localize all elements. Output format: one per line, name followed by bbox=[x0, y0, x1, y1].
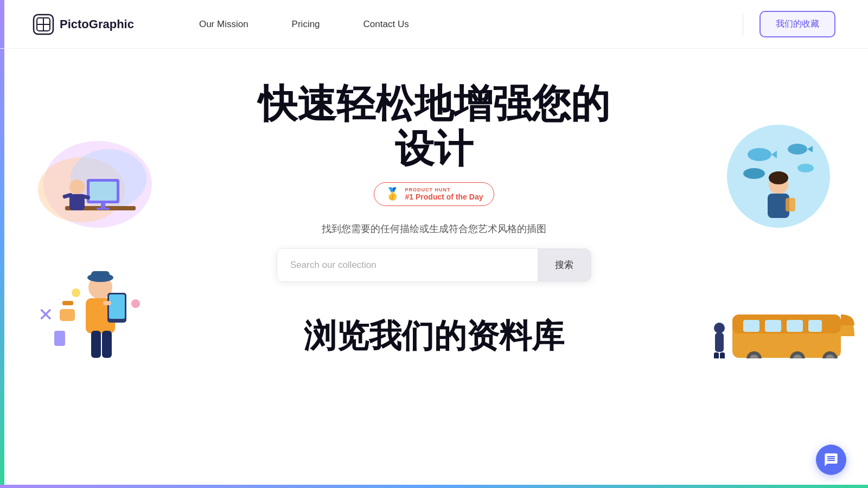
svg-rect-11 bbox=[97, 208, 110, 210]
svg-point-54 bbox=[714, 323, 725, 333]
svg-point-37 bbox=[131, 299, 140, 308]
svg-rect-39 bbox=[91, 331, 101, 358]
svg-point-21 bbox=[797, 164, 814, 172]
svg-point-36 bbox=[72, 288, 80, 297]
svg-rect-34 bbox=[60, 309, 75, 321]
svg-rect-57 bbox=[720, 352, 725, 358]
svg-point-17 bbox=[748, 148, 771, 161]
nav-link-pricing[interactable]: Pricing bbox=[292, 19, 320, 30]
nav-link-contact[interactable]: Contact Us bbox=[363, 19, 409, 30]
collection-button[interactable]: 我们的收藏 bbox=[760, 11, 835, 37]
svg-point-19 bbox=[788, 144, 807, 155]
svg-rect-44 bbox=[765, 320, 781, 332]
ph-main-text: #1 Product of the Day bbox=[405, 192, 483, 201]
hero-title: 快速轻松地增强您的设计 bbox=[244, 81, 624, 171]
svg-rect-9 bbox=[90, 182, 117, 201]
ph-badge: 🥇 PRODUCT HUNT #1 Product of the Day bbox=[374, 182, 495, 206]
nav-links: Our Mission Pricing Contact Us bbox=[199, 19, 409, 30]
illustration-train bbox=[711, 282, 852, 358]
svg-rect-40 bbox=[102, 331, 112, 358]
ph-medal-icon: 🥇 bbox=[385, 187, 400, 201]
search-input[interactable] bbox=[277, 249, 538, 281]
svg-rect-26 bbox=[786, 198, 795, 211]
browse-title: 浏览我们的资料库 bbox=[304, 314, 564, 358]
svg-rect-32 bbox=[109, 294, 125, 319]
svg-rect-43 bbox=[743, 320, 760, 332]
svg-rect-35 bbox=[62, 301, 73, 305]
illustration-fish bbox=[727, 125, 835, 233]
svg-point-25 bbox=[769, 171, 788, 184]
svg-rect-45 bbox=[787, 320, 803, 332]
nav-divider bbox=[743, 14, 743, 35]
navbar: PictoGraphic Our Mission Pricing Contact… bbox=[0, 0, 868, 49]
hero-subtitle: 找到您需要的任何描绘或生成符合您艺术风格的插图 bbox=[322, 222, 546, 235]
nav-link-mission[interactable]: Our Mission bbox=[199, 19, 248, 30]
logo[interactable]: PictoGraphic bbox=[33, 14, 134, 35]
illustration-desk: ✕ bbox=[33, 130, 163, 239]
chat-bubble-button[interactable] bbox=[816, 445, 846, 475]
svg-rect-55 bbox=[715, 333, 724, 352]
logo-icon bbox=[33, 14, 54, 35]
svg-rect-38 bbox=[54, 331, 65, 346]
svg-rect-33 bbox=[103, 301, 111, 305]
svg-point-22 bbox=[743, 168, 765, 179]
svg-rect-56 bbox=[714, 352, 719, 358]
main-content: ✕ 快速轻松地增强您的设计 bbox=[0, 49, 868, 358]
search-bar: 搜索 bbox=[277, 248, 591, 282]
logo-text: PictoGraphic bbox=[60, 17, 134, 31]
svg-rect-29 bbox=[91, 271, 110, 281]
illustration-phone-woman bbox=[43, 255, 157, 358]
ph-label: PRODUCT HUNT bbox=[405, 187, 483, 192]
svg-point-12 bbox=[69, 179, 85, 195]
chat-icon bbox=[824, 452, 839, 467]
search-button[interactable]: 搜索 bbox=[538, 249, 591, 281]
svg-rect-46 bbox=[808, 320, 822, 332]
